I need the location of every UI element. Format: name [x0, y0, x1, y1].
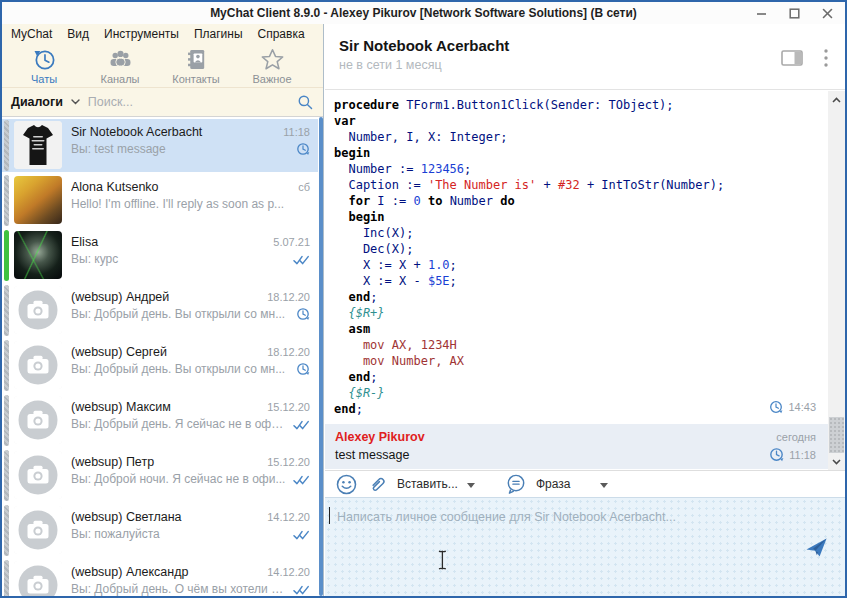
dialog-time: 5.07.21	[273, 236, 310, 248]
avatar[interactable]	[14, 451, 62, 499]
chat-panel: Sir Notebook Acerbacht не в сети 1 месяц…	[325, 24, 845, 596]
phrase-bubble-icon[interactable]	[505, 473, 527, 495]
phrase-dropdown-icon[interactable]	[600, 483, 608, 488]
menu-item[interactable]: MyChat	[11, 27, 52, 41]
chevron-up-icon	[832, 97, 841, 103]
presence-strip	[4, 285, 9, 336]
avatar[interactable]	[14, 561, 62, 596]
close-button[interactable]	[815, 4, 839, 22]
dialogs-filter-dropdown[interactable]: Диалоги	[11, 95, 63, 109]
dialog-item-body: (websup) Светлана 14.12.20 Вы: пожалуйст…	[62, 504, 310, 557]
chevron-down-icon[interactable]	[71, 99, 80, 105]
double-check-icon	[293, 584, 310, 596]
presence-strip	[4, 120, 9, 171]
sidebar: MyChat Вид Инструменты Плагины Справка Ч…	[2, 24, 324, 596]
presence-strip	[4, 505, 9, 556]
send-button[interactable]	[804, 536, 829, 563]
message-author[interactable]: Alexey Pikurov	[335, 430, 776, 444]
maximize-button[interactable]	[782, 4, 806, 22]
dialog-item-body: Elisa 5.07.21 Вы: курс	[62, 229, 310, 282]
tab-chats[interactable]: Чаты	[6, 44, 82, 87]
dialog-list: Sir Notebook Acerbacht 11:18 Вы: test me…	[2, 117, 318, 596]
maximize-icon	[789, 8, 800, 19]
emoji-icon[interactable]	[335, 473, 358, 496]
dialog-list-item[interactable]: (websup) Петр 15.12.20 Вы: Доброй ночи. …	[2, 449, 318, 502]
avatar[interactable]	[14, 121, 62, 169]
menu-item[interactable]: Инструменты	[104, 27, 179, 41]
attach-paperclip-icon[interactable]	[367, 474, 388, 495]
message-input[interactable]: Написать личное сообщение для Sir Notebo…	[325, 497, 845, 596]
chat-header: Sir Notebook Acerbacht не в сети 1 месяц	[325, 24, 845, 90]
dialog-list-item[interactable]: (websup) Александр 14.12.20 Вы: Добрый д…	[2, 559, 318, 596]
scroll-down-button[interactable]	[828, 454, 845, 469]
tab-important[interactable]: Важное	[234, 44, 310, 87]
title-bar[interactable]: MyChat Client 8.9.0 - Alexey Pikurov [Ne…	[2, 2, 845, 24]
avatar[interactable]	[14, 396, 62, 444]
dialog-list-item[interactable]: (websup) Максим 15.12.20 Вы: Добрый день…	[2, 394, 318, 447]
dialog-list-item[interactable]: (websup) Андрей 18.12.20 Вы: Добрый день…	[2, 284, 318, 337]
dialog-time: 18.12.20	[267, 291, 310, 303]
main-toolbar: Чаты Каналы	[2, 44, 323, 87]
code-line: Caption := 'The Number is' + #32 + IntTo…	[334, 177, 822, 193]
tab-important-label: Важное	[252, 73, 291, 85]
avatar[interactable]	[14, 176, 62, 224]
dialog-list-item[interactable]: Sir Notebook Acerbacht 11:18 Вы: test me…	[2, 119, 318, 172]
tab-contacts[interactable]: Контакты	[158, 44, 234, 87]
code-line: X := X + 1.0;	[334, 257, 822, 273]
dialog-time: 15.12.20	[267, 456, 310, 468]
avatar[interactable]	[14, 341, 62, 389]
scrollbar-thumb[interactable]	[829, 417, 844, 453]
messages-scrollbar[interactable]	[828, 91, 845, 470]
insert-button[interactable]: Вставить...	[397, 477, 458, 491]
window-title: MyChat Client 8.9.0 - Alexey Pikurov [Ne…	[210, 6, 637, 20]
dialog-name: (websup) Максим	[71, 400, 259, 414]
ibeam-cursor-pointer	[437, 550, 448, 574]
code-line: end;	[334, 289, 822, 305]
dialog-item-body: Sir Notebook Acerbacht 11:18 Вы: test me…	[62, 119, 310, 172]
insert-dropdown-icon[interactable]	[467, 483, 475, 488]
dialog-time: 14.12.20	[267, 511, 310, 523]
avatar[interactable]	[14, 231, 62, 279]
code-line: Inc(X);	[334, 225, 822, 241]
menu-item[interactable]: Плагины	[194, 27, 243, 41]
dialog-status-icon	[293, 252, 310, 266]
code-line: begin	[334, 145, 822, 161]
menu-item[interactable]: Справка	[258, 27, 305, 41]
search-icon[interactable]	[297, 94, 314, 111]
avatar[interactable]	[14, 286, 62, 334]
dialog-time: 18.12.20	[267, 346, 310, 358]
presence-strip	[4, 340, 9, 391]
dialog-preview: Вы: пожалуйста	[71, 527, 287, 541]
dialog-list-item[interactable]: (websup) Сергей 18.12.20 Вы: Добрый день…	[2, 339, 318, 392]
sidebar-scrollbar[interactable]	[319, 117, 323, 596]
dialog-status-icon	[296, 307, 310, 321]
dialog-status-icon	[293, 417, 310, 431]
code-line: Number, I, X: Integer;	[334, 129, 822, 145]
dialog-list-item[interactable]: Elisa 5.07.21 Вы: курс	[2, 229, 318, 282]
split-view-icon[interactable]	[781, 50, 803, 66]
minimize-button[interactable]	[749, 4, 773, 22]
chat-title: Sir Notebook Acerbacht	[339, 37, 831, 54]
phrase-button[interactable]: Фраза	[536, 477, 571, 491]
code-line: end;	[334, 369, 822, 385]
dialog-list-item[interactable]: (websup) Светлана 14.12.20 Вы: пожалуйст…	[2, 504, 318, 557]
menu-item[interactable]: Вид	[67, 27, 89, 41]
dialog-name: Sir Notebook Acerbacht	[71, 125, 275, 139]
camera-placeholder-icon	[14, 451, 62, 499]
dialog-name: Elisa	[71, 235, 265, 249]
dialog-item-body: (websup) Петр 15.12.20 Вы: Доброй ночи. …	[62, 449, 310, 502]
dialog-list-item[interactable]: Alona Kutsenko сб Hello! I'm offline. I'…	[2, 174, 318, 227]
avatar[interactable]	[14, 506, 62, 554]
people-group-icon	[108, 47, 133, 72]
more-menu-icon[interactable]	[823, 48, 829, 68]
chevron-down-icon	[832, 459, 841, 465]
star-icon	[260, 47, 285, 72]
message-meta: 11:18	[769, 447, 816, 462]
scroll-up-button[interactable]	[828, 92, 845, 107]
code-line: {$R+}	[334, 305, 822, 321]
message-date-label: сегодня	[776, 431, 816, 443]
message-history[interactable]: procedure TForm1.Button1Click(Sender: TO…	[325, 90, 828, 470]
search-input[interactable]	[88, 95, 289, 109]
dialog-status-icon	[293, 582, 310, 596]
tab-channels[interactable]: Каналы	[82, 44, 158, 87]
